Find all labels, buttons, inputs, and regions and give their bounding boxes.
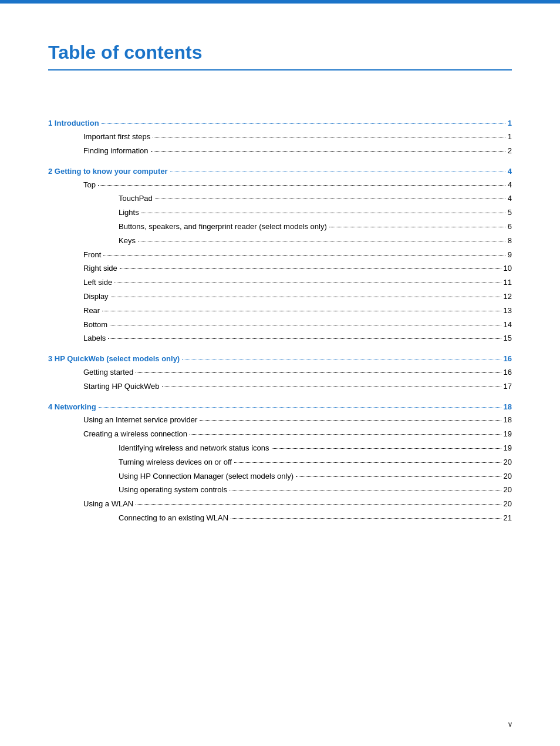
toc-entry-text-24: Using HP Connection Manager (select mode… [119, 471, 294, 483]
toc-entry-dots-1 [153, 137, 505, 137]
toc-entry-page-0: 1 [508, 117, 512, 130]
toc-entry-page-6: 5 [508, 207, 512, 219]
toc-entry-dots-16 [182, 359, 501, 359]
toc-entry-12[interactable]: Display12 [48, 291, 512, 303]
toc-entry-text-12: Display [83, 291, 109, 303]
toc-entry-text-2: Finding information [83, 145, 149, 157]
toc-entry-13[interactable]: Rear13 [48, 305, 512, 317]
toc-entry-page-5: 4 [508, 193, 512, 205]
toc-entry-page-19: 18 [504, 401, 512, 414]
toc-entry-page-14: 14 [504, 319, 512, 331]
toc-entry-page-7: 6 [508, 221, 512, 233]
toc-entry-9[interactable]: Front9 [48, 249, 512, 261]
toc-entry-text-17: Getting started [83, 367, 133, 379]
toc-entry-dots-2 [151, 151, 505, 152]
toc-entry-3[interactable]: 2 Getting to know your computer4 [48, 166, 512, 178]
toc-entry-dots-8 [138, 241, 505, 241]
toc-entry-dots-15 [108, 338, 501, 339]
page-footer: v [508, 720, 512, 728]
toc-entry-dots-3 [170, 172, 505, 172]
toc-entry-text-10: Right side [83, 263, 117, 275]
header-section: Table of contents [48, 41, 512, 70]
toc-entry-dots-14 [110, 325, 501, 325]
toc-entry-page-25: 20 [504, 484, 512, 496]
toc-entry-page-15: 15 [504, 332, 512, 345]
toc-entry-5[interactable]: TouchPad4 [48, 193, 512, 205]
toc-entry-dots-19 [99, 407, 501, 408]
toc-entry-page-22: 19 [504, 442, 512, 455]
toc-entry-text-27: Connecting to an existing WLAN [119, 512, 228, 525]
toc-entry-dots-24 [296, 476, 501, 477]
toc-entry-page-26: 20 [504, 498, 512, 510]
page: Table of contents 1 Introduction1Importa… [0, 0, 560, 746]
toc-entry-page-12: 12 [504, 291, 512, 303]
toc-entry-dots-7 [329, 227, 505, 227]
toc-entry-text-20: Using an Internet service provider [83, 414, 197, 426]
toc-entry-14[interactable]: Bottom14 [48, 319, 512, 331]
toc-entry-dots-6 [141, 213, 505, 213]
toc-entry-page-4: 4 [508, 179, 512, 191]
toc-entry-dots-10 [120, 268, 501, 269]
toc-entry-dots-5 [155, 199, 505, 199]
toc-entry-11[interactable]: Left side11 [48, 277, 512, 289]
toc-entry-dots-26 [136, 504, 501, 505]
toc-entry-25[interactable]: Using operating system controls20 [48, 484, 512, 496]
toc-entry-dots-0 [102, 123, 505, 124]
toc-entry-text-22: Identifying wireless and network status … [119, 442, 269, 455]
toc-entry-7[interactable]: Buttons, speakers, and fingerprint reade… [48, 221, 512, 233]
toc-entry-text-16: 3 HP QuickWeb (select models only) [48, 353, 180, 365]
toc-content: 1 Introduction1Important first steps1Fin… [48, 117, 512, 524]
toc-entry-27[interactable]: Connecting to an existing WLAN21 [48, 512, 512, 525]
toc-entry-18[interactable]: Starting HP QuickWeb17 [48, 381, 512, 393]
toc-entry-text-9: Front [83, 249, 101, 261]
toc-entry-19[interactable]: 4 Networking18 [48, 401, 512, 414]
toc-entry-dots-12 [111, 297, 501, 297]
toc-entry-8[interactable]: Keys8 [48, 235, 512, 247]
toc-entry-text-3: 2 Getting to know your computer [48, 166, 168, 178]
toc-entry-dots-9 [103, 255, 505, 256]
toc-entry-24[interactable]: Using HP Connection Manager (select mode… [48, 471, 512, 483]
toc-entry-0[interactable]: 1 Introduction1 [48, 117, 512, 130]
toc-entry-4[interactable]: Top4 [48, 179, 512, 191]
toc-entry-15[interactable]: Labels15 [48, 332, 512, 345]
toc-entry-1[interactable]: Important first steps1 [48, 131, 512, 143]
toc-entry-page-20: 18 [504, 414, 512, 426]
toc-entry-20[interactable]: Using an Internet service provider18 [48, 414, 512, 426]
toc-entry-dots-21 [190, 434, 501, 435]
toc-entry-page-24: 20 [504, 471, 512, 483]
toc-entry-23[interactable]: Turning wireless devices on or off20 [48, 456, 512, 469]
toc-entry-10[interactable]: Right side10 [48, 263, 512, 275]
toc-entry-page-16: 16 [504, 353, 512, 365]
toc-entry-dots-18 [162, 387, 501, 387]
toc-entry-text-11: Left side [83, 277, 112, 289]
toc-entry-6[interactable]: Lights5 [48, 207, 512, 219]
toc-entry-text-1: Important first steps [83, 131, 150, 143]
toc-entry-text-7: Buttons, speakers, and fingerprint reade… [119, 221, 327, 233]
toc-entry-text-6: Lights [119, 207, 139, 219]
toc-entry-text-19: 4 Networking [48, 401, 96, 414]
toc-entry-text-13: Rear [83, 305, 100, 317]
toc-entry-text-25: Using operating system controls [119, 484, 227, 496]
toc-entry-page-17: 16 [504, 367, 512, 379]
toc-entry-dots-17 [136, 372, 501, 373]
toc-entry-21[interactable]: Creating a wireless connection19 [48, 428, 512, 441]
toc-entry-22[interactable]: Identifying wireless and network status … [48, 442, 512, 455]
toc-entry-26[interactable]: Using a WLAN20 [48, 498, 512, 510]
toc-entry-dots-20 [200, 420, 501, 421]
toc-entry-text-21: Creating a wireless connection [83, 428, 187, 441]
toc-entry-dots-27 [231, 518, 501, 519]
toc-entry-dots-25 [230, 490, 501, 490]
footer-page-number: v [508, 720, 512, 728]
toc-entry-page-2: 2 [508, 145, 512, 157]
toc-entry-page-8: 8 [508, 235, 512, 247]
toc-entry-page-1: 1 [508, 131, 512, 143]
toc-entry-page-21: 19 [504, 428, 512, 441]
toc-entry-text-4: Top [83, 179, 96, 191]
toc-entry-16[interactable]: 3 HP QuickWeb (select models only)16 [48, 353, 512, 365]
toc-entry-text-8: Keys [119, 235, 136, 247]
toc-entry-2[interactable]: Finding information2 [48, 145, 512, 157]
toc-entry-17[interactable]: Getting started16 [48, 367, 512, 379]
toc-entry-text-0: 1 Introduction [48, 117, 99, 130]
toc-entry-text-26: Using a WLAN [83, 498, 133, 510]
page-title: Table of contents [48, 41, 512, 63]
